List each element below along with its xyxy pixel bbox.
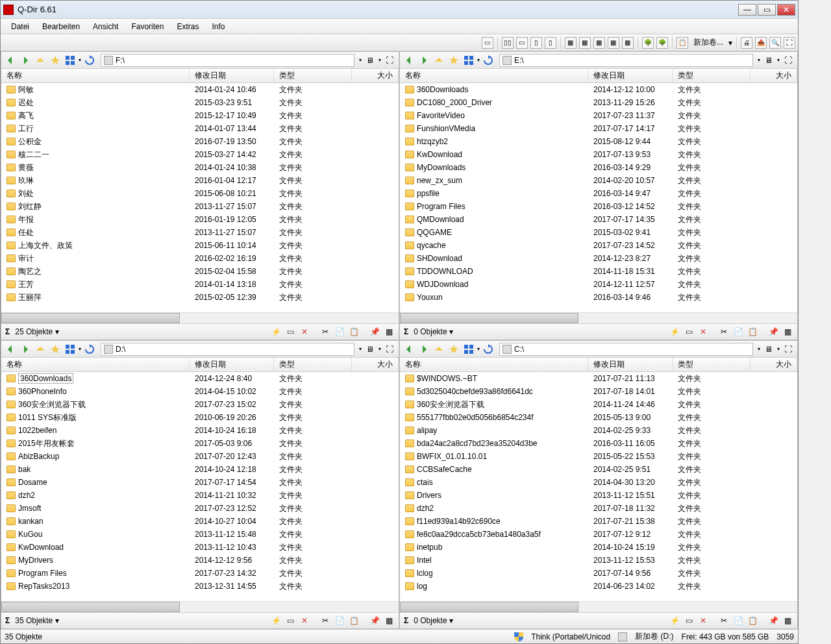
file-row[interactable]: alipay 2014-02-25 9:33 文件夹 <box>400 424 797 437</box>
col-name[interactable]: 名称 <box>1 358 190 371</box>
cut-button[interactable]: ✂ <box>319 615 331 626</box>
file-row[interactable]: 审计 2016-02-02 16:19 文件夹 <box>1 252 399 265</box>
col-type[interactable]: 类型 <box>274 358 352 371</box>
copy-button[interactable]: 📄 <box>732 615 744 626</box>
monitor-button[interactable]: 🖥 <box>364 343 377 356</box>
address-bar[interactable]: D:\ <box>101 343 354 356</box>
file-row[interactable]: 王丽萍 2015-02-05 12:39 文件夹 <box>1 291 399 304</box>
view-button[interactable] <box>462 343 475 356</box>
col-name[interactable]: 名称 <box>400 69 588 82</box>
view-button[interactable] <box>64 343 77 356</box>
col-name[interactable]: 名称 <box>1 69 190 82</box>
tree-toggle2-button[interactable]: 🌳 <box>656 37 668 49</box>
copy-button[interactable]: 📋 <box>676 37 688 49</box>
file-row[interactable]: DC1080_2000_Driver 2013-11-29 15:26 文件夹 <box>400 96 797 109</box>
file-row[interactable]: 360安全浏览器下载 2014-11-24 14:46 文件夹 <box>400 398 797 411</box>
cut-button[interactable]: ✂ <box>718 615 730 626</box>
file-row[interactable]: qycache 2017-07-23 14:52 文件夹 <box>400 239 797 252</box>
file-row[interactable]: Dosame 2017-07-17 14:54 文件夹 <box>1 476 399 489</box>
favorites-button[interactable] <box>49 54 62 67</box>
up-button[interactable] <box>34 54 47 67</box>
address-bar[interactable]: C:\ <box>499 343 753 356</box>
delete-button[interactable]: ✕ <box>299 615 310 626</box>
wand-button[interactable]: ⚡ <box>270 615 282 626</box>
up-button[interactable] <box>34 343 47 356</box>
file-row[interactable]: RepTasks2013 2013-12-31 14:55 文件夹 <box>1 580 399 593</box>
file-row[interactable]: lclog 2017-07-14 9:56 文件夹 <box>400 567 797 580</box>
wand-button[interactable]: ⚡ <box>669 326 680 338</box>
layout-3b-button[interactable]: ▯ <box>545 37 556 49</box>
file-row[interactable]: htzqzyb2 2015-08-12 9:44 文件夹 <box>400 135 797 148</box>
layout-2h-button[interactable]: ▭ <box>516 37 528 49</box>
object-count[interactable]: 25 Objekte ▾ <box>15 327 58 336</box>
col-size[interactable]: 大小 <box>352 69 399 82</box>
h-scrollbar[interactable] <box>400 601 797 612</box>
file-row[interactable]: 高飞 2015-12-17 10:49 文件夹 <box>1 109 399 122</box>
col-date[interactable]: 修改日期 <box>588 69 673 82</box>
file-row[interactable]: Intel 2013-11-12 15:53 文件夹 <box>400 554 797 567</box>
minimize-button[interactable]: — <box>738 4 756 16</box>
cut-button[interactable]: ✂ <box>718 326 730 338</box>
object-count[interactable]: 0 Objekte ▾ <box>414 327 453 336</box>
paste-button[interactable]: 📋 <box>348 326 360 338</box>
file-row[interactable]: MyDownloads 2016-03-14 9:29 文件夹 <box>400 161 797 174</box>
file-row[interactable]: 迟处 2015-03-23 9:51 文件夹 <box>1 96 399 109</box>
pin-button[interactable]: 📌 <box>767 326 779 338</box>
menu-extras[interactable]: Extras <box>170 21 205 32</box>
file-row[interactable]: 360Downloads 2014-12-12 10:00 文件夹 <box>400 83 797 96</box>
refresh-button[interactable] <box>83 343 96 356</box>
pin-button[interactable]: 📌 <box>369 615 380 626</box>
file-row[interactable]: 年报 2016-01-19 12:05 文件夹 <box>1 213 399 226</box>
copy-button[interactable]: 📄 <box>732 326 744 338</box>
col-size[interactable]: 大小 <box>750 69 797 82</box>
file-row[interactable]: FunshionVMedia 2017-07-17 14:17 文件夹 <box>400 122 797 135</box>
back-button[interactable] <box>403 343 416 356</box>
pin-button[interactable]: 📌 <box>767 615 779 626</box>
monitor-button[interactable]: 🖥 <box>762 54 775 67</box>
col-type[interactable]: 类型 <box>673 69 750 82</box>
col-type[interactable]: 类型 <box>274 69 352 82</box>
file-row[interactable]: 刘处 2015-06-08 10:21 文件夹 <box>1 187 399 200</box>
refresh-button[interactable] <box>482 343 495 356</box>
file-row[interactable]: 黄薇 2014-01-24 10:38 文件夹 <box>1 161 399 174</box>
object-count[interactable]: 0 Objekte ▾ <box>414 616 453 625</box>
drive-label[interactable]: 新加卷... <box>691 37 726 48</box>
object-count[interactable]: 35 Objekte ▾ <box>15 616 58 625</box>
favorites-button[interactable] <box>49 343 62 356</box>
file-row[interactable]: FavoriteVideo 2017-07-23 11:37 文件夹 <box>400 109 797 122</box>
file-row[interactable]: KwDownload 2013-11-12 10:43 文件夹 <box>1 541 399 554</box>
file-row[interactable]: ctais 2014-04-30 13:20 文件夹 <box>400 476 797 489</box>
file-row[interactable]: TDDOWNLOAD 2014-11-18 15:31 文件夹 <box>400 265 797 278</box>
wand-button[interactable]: ⚡ <box>270 326 282 338</box>
tree-toggle-button[interactable]: 🌳 <box>642 37 654 49</box>
file-row[interactable]: QMDownload 2017-07-17 14:35 文件夹 <box>400 213 797 226</box>
file-row[interactable]: f11ed939a14b92c690ce 2017-07-21 15:38 文件… <box>400 515 797 528</box>
menu-info[interactable]: Info <box>205 21 231 32</box>
expand-pane-button[interactable]: ⛶ <box>383 54 396 67</box>
file-list[interactable]: $WINDOWS.~BT 2017-07-21 11:13 文件夹 5d3025… <box>400 372 797 601</box>
monitor-button[interactable]: 🖥 <box>364 54 377 67</box>
up-button[interactable] <box>432 343 445 356</box>
forward-button[interactable] <box>417 343 430 356</box>
expand-pane-button[interactable]: ⛶ <box>782 54 795 67</box>
file-row[interactable]: Jmsoft 2017-07-23 12:52 文件夹 <box>1 502 399 515</box>
print-button[interactable]: 🖨 <box>741 37 752 49</box>
file-row[interactable]: KuGou 2013-11-12 15:48 文件夹 <box>1 528 399 541</box>
address-bar[interactable]: F:\ <box>101 54 354 67</box>
back-button[interactable] <box>4 343 17 356</box>
file-row[interactable]: dzh2 2014-11-21 10:32 文件夹 <box>1 489 399 502</box>
maximize-button[interactable]: ▭ <box>758 4 776 16</box>
layout-2v-button[interactable]: ▯▯ <box>502 37 514 49</box>
props-button[interactable]: ▦ <box>383 615 395 626</box>
layout-3a-button[interactable]: ▯ <box>530 37 542 49</box>
file-row[interactable]: inetpub 2014-10-24 15:19 文件夹 <box>400 541 797 554</box>
file-row[interactable]: 5d3025040cbefde93a86fd6641dc 2017-07-18 … <box>400 385 797 398</box>
rename-button[interactable]: ▭ <box>284 615 296 626</box>
file-row[interactable]: fe8c0aa29dcca5cb73eba1480a3a5f 2017-07-1… <box>400 528 797 541</box>
h-scrollbar[interactable] <box>1 312 399 323</box>
file-row[interactable]: BWFIX_01.01.10.01 2015-05-22 15:53 文件夹 <box>400 450 797 463</box>
file-row[interactable]: 1022beifen 2014-10-24 16:18 文件夹 <box>1 424 399 437</box>
expand-pane-button[interactable]: ⛶ <box>782 343 795 356</box>
file-row[interactable]: kankan 2014-10-27 10:04 文件夹 <box>1 515 399 528</box>
file-row[interactable]: AbizBackup 2017-07-20 12:43 文件夹 <box>1 450 399 463</box>
